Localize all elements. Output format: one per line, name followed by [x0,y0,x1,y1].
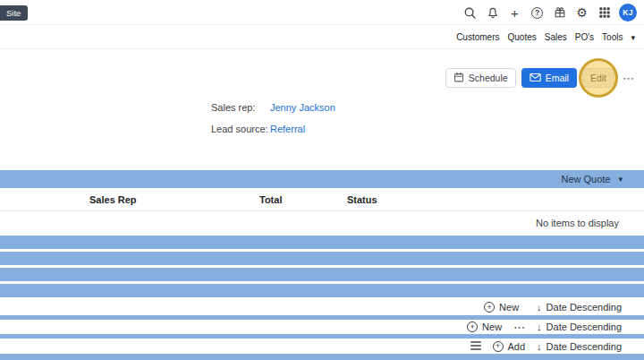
search-icon[interactable] [462,5,478,21]
envelope-icon [530,73,541,84]
apps-grid-icon[interactable] [597,5,612,21]
notifications-bell-icon[interactable] [485,5,500,21]
new-quote-button[interactable]: New Quote ▾ [561,170,623,188]
section-toolbar-3: + Add ↓ Date Descending [0,339,644,354]
quotes-section-band: New Quote ▾ [0,170,644,188]
sort-label: Date Descending [547,302,622,313]
section-band [0,268,644,281]
sort-label: Date Descending [547,341,622,352]
more-actions-button[interactable]: ⋯ [620,68,637,88]
nav-items: Customers Quotes Sales PO's Tools ▾ [456,25,635,49]
site-badge: Site [0,5,28,21]
email-label: Email [546,73,569,83]
arrow-down-icon: ↓ [537,302,542,313]
column-total[interactable]: Total [259,188,282,211]
sales-rep-label: Sales rep: [211,102,270,113]
column-sales-rep[interactable]: Sales Rep [89,188,137,211]
list-view-button[interactable] [470,341,481,352]
add-button[interactable]: + Add [493,341,526,352]
main-nav: Customers Quotes Sales PO's Tools ▾ [0,25,644,49]
new-quote-label: New Quote [561,174,610,184]
nav-item-pos[interactable]: PO's [575,32,594,42]
sort-date-descending[interactable]: ↓ Date Descending [537,321,622,332]
top-bar: Site + ? ⚙ KJ [0,0,644,25]
section-toolbar-1: + New ↓ Date Descending [0,299,644,315]
lead-source-link[interactable]: Referral [270,124,305,134]
list-icon [470,341,481,352]
new-label: New [499,302,519,313]
quotes-empty-row: No items to display [0,211,644,235]
edit-button[interactable]: Edit [582,68,614,88]
section-band [0,284,644,297]
lead-source-label: Lead source: [211,124,270,134]
section-band [0,354,644,360]
new-label: New [482,321,502,332]
sort-date-descending[interactable]: ↓ Date Descending [537,341,622,352]
sort-label: Date Descending [547,321,622,332]
schedule-button[interactable]: Schedule [445,68,516,88]
help-icon[interactable]: ? [530,5,545,21]
plus-circle-icon: + [467,321,478,332]
email-button[interactable]: Email [521,68,577,88]
gear-icon[interactable]: ⚙ [574,5,589,21]
section-band [0,236,644,249]
nav-item-tools[interactable]: Tools [602,32,623,42]
edit-button-wrap: Edit [582,68,614,88]
user-avatar[interactable]: KJ [619,4,637,21]
arrow-down-icon: ↓ [537,321,542,332]
help-question-glyph: ? [531,7,543,19]
plus-circle-icon: + [484,302,495,313]
gift-icon[interactable] [552,5,567,21]
quotes-table-header: Sales Rep Total Status [0,188,644,211]
detail-fields: Sales rep: Jenny Jackson Lead source: Re… [211,97,335,140]
section-band [0,252,644,265]
calendar-icon [453,72,464,84]
new-button[interactable]: + New [467,321,502,332]
add-new-icon[interactable]: + [507,5,522,21]
new-button[interactable]: + New [484,302,519,313]
nav-caret-down-icon[interactable]: ▾ [631,33,635,42]
edit-label: Edit [590,73,606,83]
app-window: Site + ? ⚙ KJ Customers Quotes [0,0,644,360]
plus-circle-icon: + [493,341,504,352]
section-toolbar-2: + New ⋯ ↓ Date Descending [0,320,644,334]
topbar-icons: + ? ⚙ KJ [462,0,637,25]
schedule-label: Schedule [469,73,508,83]
column-status[interactable]: Status [347,188,377,211]
nav-item-customers[interactable]: Customers [456,32,499,42]
more-options-button[interactable]: ⋯ [513,321,525,334]
sales-rep-link[interactable]: Jenny Jackson [270,102,335,113]
sales-rep-field: Sales rep: Jenny Jackson [211,97,335,118]
sort-date-descending[interactable]: ↓ Date Descending [537,302,622,313]
empty-message: No items to display [536,211,619,235]
nav-item-quotes[interactable]: Quotes [507,32,536,42]
lead-source-field: Lead source: Referral [211,118,335,140]
arrow-down-icon: ↓ [537,341,542,352]
nav-item-sales[interactable]: Sales [545,32,567,42]
record-actions: Schedule Email Edit ⋯ [445,68,637,88]
new-quote-caret-icon: ▾ [618,175,623,184]
add-label: Add [508,341,526,352]
